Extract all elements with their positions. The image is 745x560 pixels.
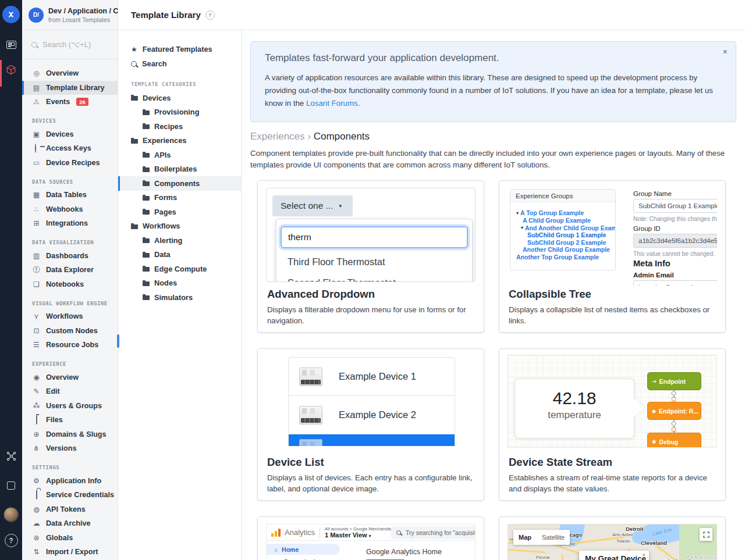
category-provisioning[interactable]: Provisioning: [118, 105, 241, 120]
template-library-icon: ▤: [32, 84, 41, 92]
experience-groups-panel: Experience Groups ▾A Top Group Example A…: [510, 189, 616, 270]
sidebar-item-device-recipes[interactable]: ▭Device Recipes: [22, 156, 118, 170]
gear-icon: ⚙: [32, 477, 41, 485]
card-advanced-dropdown[interactable]: Select one ...▾ therm Third Floor Thermo…: [257, 180, 484, 333]
featured-templates-link[interactable]: ★Featured Templates: [118, 42, 241, 56]
sidebar-item-service-credentials[interactable]: Service Credentials: [22, 488, 118, 502]
sidebar-item-application-info[interactable]: ⚙Application Info: [22, 474, 118, 488]
folder-icon: [143, 153, 150, 158]
category-forms[interactable]: Forms: [118, 191, 241, 205]
losant-logo[interactable]: [2, 6, 20, 23]
banner-title: Templates fast-forward your application …: [265, 52, 722, 64]
card-google-analytics[interactable]: Analytics All accounts > Google Merchand…: [257, 516, 484, 560]
card-collapsible-tree[interactable]: Experience Groups ▾A Top Group Example A…: [499, 180, 726, 333]
sidebar-item-resource-jobs[interactable]: ☰Resource Jobs: [22, 338, 118, 352]
card-description: Displays a collapsible list of nested it…: [509, 304, 716, 326]
sidebar-item-integrations[interactable]: ⊞Integrations: [22, 216, 118, 231]
sidebar-item-data-tables[interactable]: ▦Data Tables: [22, 188, 118, 202]
star-icon: ★: [131, 45, 137, 53]
sidebar-item-notebooks[interactable]: ❏Notebooks: [22, 277, 118, 292]
group-name-label: Group Name: [633, 190, 672, 197]
road: [562, 555, 563, 560]
search-placeholder: Search (⌥+L): [42, 40, 91, 49]
category-components[interactable]: Components: [118, 176, 241, 191]
category-experiences[interactable]: Experiences: [118, 134, 241, 148]
app-search-input[interactable]: Search (⌥+L): [22, 30, 118, 59]
dropdown-option: Second Floor Thermostat: [276, 277, 472, 282]
sidebar-item-edit[interactable]: ✎Edit: [22, 384, 118, 399]
webhook-icon: ∴: [32, 205, 41, 213]
sidebar-scrollbar-thumb[interactable]: [117, 334, 119, 348]
folder-icon: [143, 110, 150, 115]
sidebar-item-data-explorer[interactable]: ⓕData Explorer: [22, 263, 118, 277]
category-apis[interactable]: APIs: [118, 148, 241, 162]
road: [508, 549, 545, 553]
sidebar-item-files[interactable]: Files: [22, 413, 118, 427]
folder-icon: [143, 181, 150, 186]
sidebar-item-globals[interactable]: ⊛Globals: [22, 531, 118, 545]
map-type-control: Map Satellite: [513, 530, 570, 545]
sidebar-item-devices[interactable]: ▣Devices: [22, 127, 118, 142]
page-header: Template Library ?: [118, 0, 745, 30]
reply-icon: ◆: [652, 408, 656, 414]
device-row: Example Device 2: [289, 396, 455, 434]
sidebar-item-api-tokens[interactable]: ◍API Tokens: [22, 502, 118, 517]
category-edge-compute[interactable]: Edge Compute: [118, 262, 241, 276]
card-device-map[interactable]: Iowa City Chicago Naperville Peoria ILLI…: [499, 516, 726, 560]
group-name-input: SubChild Group 1 Example: [633, 199, 717, 213]
debug-icon: ✱: [652, 439, 657, 445]
help-icon[interactable]: ?: [0, 534, 22, 547]
folder-icon: [131, 139, 138, 144]
category-alerting[interactable]: Alerting: [118, 233, 241, 248]
sidebar-item-experience-overview[interactable]: ◉Overview: [22, 370, 118, 385]
category-devices[interactable]: Devices: [118, 91, 241, 105]
tree-link-selected: SubChild Group 1 Example: [527, 231, 606, 238]
sidebar-item-users-groups[interactable]: ⁂Users & Groups: [22, 399, 118, 413]
card-device-list[interactable]: Example Device 1 Example Device 2 Device…: [257, 348, 484, 501]
card-device-state-stream[interactable]: 42.18 temperature ⇥Endpoint ◆Endpoint: R…: [499, 348, 726, 501]
map-label-toledo: Toledo: [616, 538, 630, 544]
sidebar-item-dashboards[interactable]: ▥Dashboards: [22, 249, 118, 263]
banner-close-icon[interactable]: ×: [723, 47, 728, 56]
category-boilerplates[interactable]: Boilerplates: [118, 162, 241, 177]
category-data[interactable]: Data: [118, 248, 241, 262]
losant-forums-link[interactable]: Losant Forums: [306, 99, 358, 108]
sidebar-item-domains-slugs[interactable]: ⊕Domains & Slugs: [22, 427, 118, 442]
sidebar-item-access-keys[interactable]: Access Keys: [22, 141, 118, 156]
user-avatar[interactable]: [0, 507, 22, 522]
close-icon: ×: [642, 552, 645, 558]
sidebar-item-custom-nodes[interactable]: ⊡Custom Nodes: [22, 324, 118, 338]
sidebar-item-import-export[interactable]: ⇅Import / Export: [22, 545, 118, 559]
sidebar-item-overview[interactable]: ◎Overview: [22, 66, 118, 81]
applications-cube-icon[interactable]: [0, 64, 22, 76]
globe-icon: ⊕: [32, 430, 41, 438]
losant-logo-icon: [6, 9, 16, 20]
tree-list: ▾A Top Group Example A Child Group Examp…: [510, 202, 615, 261]
title-help-icon[interactable]: ?: [205, 10, 215, 20]
device-row: Example Device 1: [289, 358, 455, 396]
sidebar-item-events[interactable]: ⚠Events26: [22, 95, 118, 109]
dashboards-icon: ▥: [32, 252, 41, 260]
sidebar-item-template-library[interactable]: ▤Template Library: [22, 81, 118, 95]
layers-stack-icon[interactable]: [0, 481, 22, 490]
category-nodes[interactable]: Nodes: [118, 276, 241, 291]
application-switcher[interactable]: D/ Dev / Application / Co... from Losant…: [22, 0, 118, 30]
ga-heading: Google Analytics Home: [366, 548, 442, 556]
breadcrumb: Experiences › Components: [250, 131, 745, 142]
news-board-icon[interactable]: [0, 41, 22, 49]
devices-icon: ▣: [32, 130, 41, 138]
nodes-network-icon[interactable]: [0, 451, 22, 462]
category-pages[interactable]: Pages: [118, 205, 241, 219]
sidebar-item-webhooks[interactable]: ∴Webhooks: [22, 202, 118, 217]
category-recipes[interactable]: Recipes: [118, 119, 241, 134]
breadcrumb-experiences[interactable]: Experiences: [250, 131, 305, 142]
sidebar-item-data-archive[interactable]: ☁Data Archive: [22, 516, 118, 531]
category-simulators[interactable]: Simulators: [118, 290, 241, 305]
category-workflows[interactable]: Workflows: [118, 219, 241, 234]
template-search-link[interactable]: Search: [118, 56, 241, 71]
folder-icon: [143, 238, 150, 243]
globals-icon: ⊛: [32, 534, 41, 542]
sidebar-item-workflows[interactable]: ⋎Workflows: [22, 309, 118, 324]
group-name-note: Note: Changing this changes the value fo…: [633, 216, 717, 222]
sidebar-item-versions[interactable]: ⋔Versions: [22, 441, 118, 456]
